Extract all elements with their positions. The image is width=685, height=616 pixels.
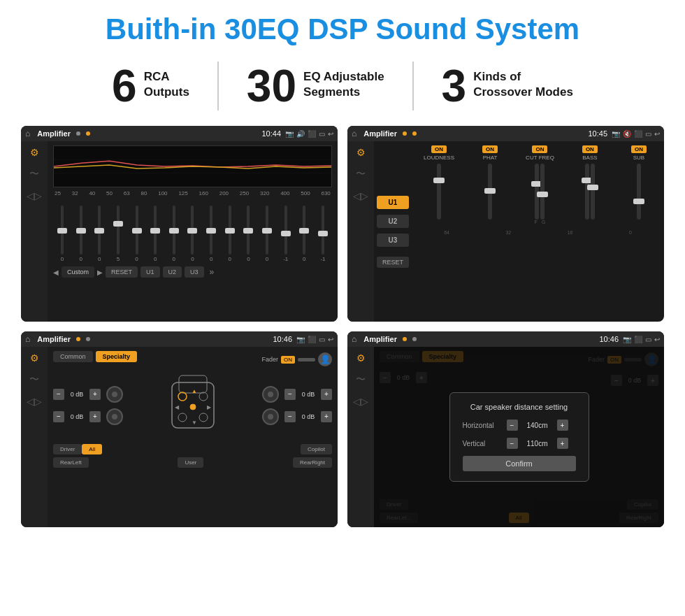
ch4-minus[interactable]: − [284,411,296,422]
vertical-plus[interactable]: + [557,438,568,449]
ch1-minus[interactable]: − [53,389,64,400]
dot-8 [412,337,417,341]
sidebar-icon-4b[interactable]: 〜 [356,373,366,386]
rearright-btn[interactable]: RearRight [293,457,332,468]
freq-63: 63 [124,190,130,196]
ch-phat-slider[interactable] [488,164,492,220]
freq-50: 50 [106,190,113,196]
eq-u3-btn[interactable]: U3 [185,266,204,278]
horizontal-minus[interactable]: − [507,420,518,431]
copilot-btn[interactable]: Copilot [301,444,332,454]
ch-bass: ON BASS [577,145,603,224]
eq-prev-arrow[interactable]: ◀ [53,268,59,276]
ch-bass-slider-f[interactable] [585,164,589,220]
status-bar-1: ⌂ Amplifier 10:44 📷🔊⬛▭↩ [21,126,338,141]
ch-row-3: − 0 dB + [262,386,332,403]
confirm-button[interactable]: Confirm [463,456,576,471]
eq-more-icon[interactable]: » [210,267,215,277]
driver-btn[interactable]: Driver [53,444,82,454]
slider-1: 0 [55,206,70,262]
screen4-title: Amplifier [363,335,397,343]
freq-200: 200 [219,190,229,196]
screen1-time: 10:44 [261,129,281,138]
svg-text:▲: ▲ [192,388,197,394]
all-btn[interactable]: All [82,444,102,454]
eq-sliders: 0 0 0 5 [53,199,332,262]
ch-cutfreq-slider-g[interactable] [540,164,545,220]
amp-reset-btn[interactable]: RESET [377,257,409,268]
eq-reset-btn[interactable]: RESET [106,266,138,278]
freq-160: 160 [199,190,208,196]
sidebar-icon-3b[interactable]: 〜 [29,373,39,386]
home-icon-4: ⌂ [352,334,356,344]
ch-sub: ON SUB [626,145,652,224]
sidebar-icon-3c[interactable]: ◁▷ [27,396,42,407]
eq-preset-name: Custom [62,266,94,278]
dialog-title: Car speaker distance setting [463,403,576,411]
sidebar-eq-icon[interactable]: ⚙ [30,147,39,158]
svg-text:▼: ▼ [192,420,197,426]
vertical-minus[interactable]: − [507,438,518,449]
eq-u2-btn[interactable]: U2 [163,266,182,278]
ch-row-2: − 0 dB + [53,408,123,425]
screen2-title: Amplifier [363,129,397,138]
sidebar-eq-icon-2[interactable]: ⚙ [356,147,366,158]
ch-sub-slider[interactable] [637,164,641,220]
slider-5: 0 [129,206,145,262]
user-btn[interactable]: User [178,457,203,468]
dot-4 [412,131,417,136]
screens-grid: ⌂ Amplifier 10:44 📷🔊⬛▭↩ ⚙ 〜 ◁▷ [21,126,664,527]
svg-point-6 [199,392,208,401]
dialog-vertical-row: Vertical − 110cm + [463,438,576,449]
svg-point-7 [178,413,187,422]
bottom-buttons-3: Driver All Copilot [53,444,332,454]
eq-next-arrow[interactable]: ▶ [97,268,103,276]
sidebar-wave-icon[interactable]: 〜 [29,168,39,180]
screen3-content: ⚙ 〜 ◁▷ Common Specialty Fader ON [21,347,338,527]
freq-25: 25 [55,190,61,196]
sidebar-vol-icon-2[interactable]: ◁▷ [353,190,368,201]
ch-loudness: ON LOUDNESS [424,145,454,224]
ch-row-1: − 0 dB + [53,386,123,403]
sidebar-icon-4a[interactable]: ⚙ [356,352,366,364]
slider-2: 0 [73,206,89,262]
sidebar-icon-4c[interactable]: ◁▷ [353,396,368,407]
svg-point-5 [178,392,187,401]
dialog-horizontal-value: 140cm [524,422,551,429]
ch2-minus[interactable]: − [53,411,64,422]
ch1-value: 0 dB [67,391,87,398]
u3-button[interactable]: U3 [377,234,409,247]
screen4-time: 10:46 [599,335,619,343]
ch4-value: 0 dB [298,413,318,420]
ch1-plus[interactable]: + [89,389,101,400]
tab-specialty[interactable]: Specialty [96,351,138,362]
fader-label: Fader [261,356,278,363]
ch-loudness-slider[interactable] [437,164,441,220]
ch4-plus[interactable]: + [321,411,332,422]
ch3-minus[interactable]: − [284,389,296,400]
tab-common[interactable]: Common [53,351,93,362]
slider-9: 0 [203,206,219,262]
stat-eq-label: EQ AdjustableSegments [303,64,384,100]
ch2-plus[interactable]: + [89,411,101,422]
right-channels: − 0 dB + − 0 dB + [262,386,332,425]
horizontal-plus[interactable]: + [557,420,568,431]
u2-button[interactable]: U2 [377,215,409,228]
fader-slider[interactable] [298,358,315,361]
speaker-icon-3 [262,386,279,403]
page-wrapper: Buith-in 30EQ DSP Sound System 6 RCAOutp… [0,0,685,534]
rearleft-btn[interactable]: RearLeft [53,457,89,468]
stat-crossover-number: 3 [442,64,467,108]
ch3-plus[interactable]: + [321,389,332,400]
sidebar-vol-icon[interactable]: ◁▷ [27,190,42,201]
u1-button[interactable]: U1 [377,196,409,209]
left-sidebar-1: ⚙ 〜 ◁▷ [21,141,48,322]
status-icons-3: 📷⬛▭↩ [296,336,333,343]
ch-phat-on: ON [482,145,498,153]
sidebar-icon-3a[interactable]: ⚙ [30,352,39,364]
slider-10: 0 [222,206,238,262]
sidebar-wave-icon-2[interactable]: 〜 [356,168,366,180]
dialog-vertical-value: 110cm [524,440,551,447]
eq-u1-btn[interactable]: U1 [140,266,160,278]
ch-bass-slider-g[interactable] [591,164,595,220]
